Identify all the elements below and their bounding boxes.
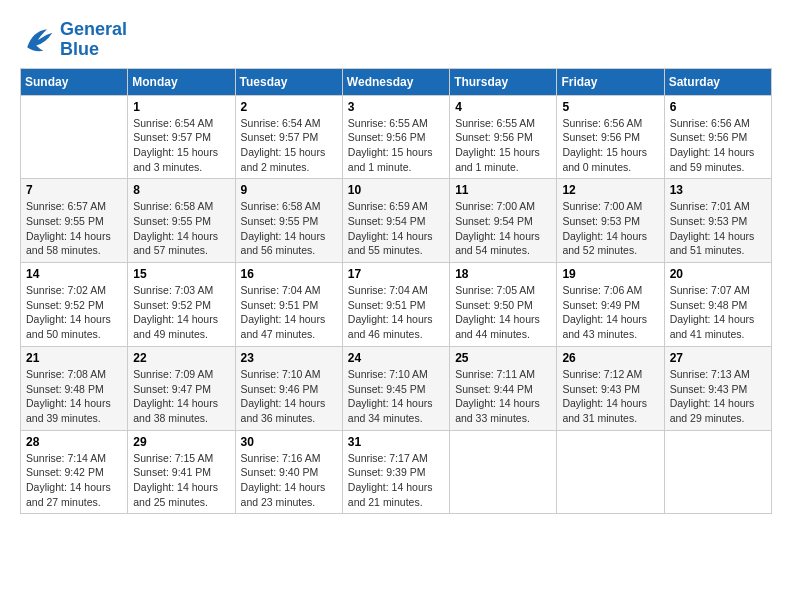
day-info: Sunrise: 6:54 AM Sunset: 9:57 PM Dayligh… <box>241 116 337 175</box>
day-info: Sunrise: 6:56 AM Sunset: 9:56 PM Dayligh… <box>670 116 766 175</box>
logo-text: General Blue <box>60 20 127 60</box>
day-info: Sunrise: 6:58 AM Sunset: 9:55 PM Dayligh… <box>133 199 229 258</box>
day-info: Sunrise: 7:04 AM Sunset: 9:51 PM Dayligh… <box>348 283 444 342</box>
calendar-table: SundayMondayTuesdayWednesdayThursdayFrid… <box>20 68 772 515</box>
day-number: 10 <box>348 183 444 197</box>
calendar-cell: 20 Sunrise: 7:07 AM Sunset: 9:48 PM Dayl… <box>664 263 771 347</box>
calendar-cell: 21 Sunrise: 7:08 AM Sunset: 9:48 PM Dayl… <box>21 346 128 430</box>
calendar-cell: 5 Sunrise: 6:56 AM Sunset: 9:56 PM Dayli… <box>557 95 664 179</box>
calendar-cell: 10 Sunrise: 6:59 AM Sunset: 9:54 PM Dayl… <box>342 179 449 263</box>
calendar-cell: 17 Sunrise: 7:04 AM Sunset: 9:51 PM Dayl… <box>342 263 449 347</box>
day-number: 21 <box>26 351 122 365</box>
calendar-cell <box>450 430 557 514</box>
day-number: 23 <box>241 351 337 365</box>
day-info: Sunrise: 7:00 AM Sunset: 9:53 PM Dayligh… <box>562 199 658 258</box>
calendar-cell: 12 Sunrise: 7:00 AM Sunset: 9:53 PM Dayl… <box>557 179 664 263</box>
day-number: 27 <box>670 351 766 365</box>
day-number: 25 <box>455 351 551 365</box>
calendar-cell: 24 Sunrise: 7:10 AM Sunset: 9:45 PM Dayl… <box>342 346 449 430</box>
weekday-header-monday: Monday <box>128 68 235 95</box>
calendar-cell: 29 Sunrise: 7:15 AM Sunset: 9:41 PM Dayl… <box>128 430 235 514</box>
day-number: 8 <box>133 183 229 197</box>
day-number: 12 <box>562 183 658 197</box>
calendar-cell: 22 Sunrise: 7:09 AM Sunset: 9:47 PM Dayl… <box>128 346 235 430</box>
day-info: Sunrise: 7:10 AM Sunset: 9:45 PM Dayligh… <box>348 367 444 426</box>
day-info: Sunrise: 7:02 AM Sunset: 9:52 PM Dayligh… <box>26 283 122 342</box>
day-number: 2 <box>241 100 337 114</box>
day-number: 6 <box>670 100 766 114</box>
day-number: 24 <box>348 351 444 365</box>
day-number: 28 <box>26 435 122 449</box>
weekday-header-saturday: Saturday <box>664 68 771 95</box>
day-number: 15 <box>133 267 229 281</box>
day-info: Sunrise: 7:11 AM Sunset: 9:44 PM Dayligh… <box>455 367 551 426</box>
day-number: 22 <box>133 351 229 365</box>
day-info: Sunrise: 7:12 AM Sunset: 9:43 PM Dayligh… <box>562 367 658 426</box>
calendar-cell: 2 Sunrise: 6:54 AM Sunset: 9:57 PM Dayli… <box>235 95 342 179</box>
day-info: Sunrise: 6:56 AM Sunset: 9:56 PM Dayligh… <box>562 116 658 175</box>
calendar-cell: 19 Sunrise: 7:06 AM Sunset: 9:49 PM Dayl… <box>557 263 664 347</box>
calendar-cell: 1 Sunrise: 6:54 AM Sunset: 9:57 PM Dayli… <box>128 95 235 179</box>
calendar-cell: 8 Sunrise: 6:58 AM Sunset: 9:55 PM Dayli… <box>128 179 235 263</box>
day-info: Sunrise: 7:07 AM Sunset: 9:48 PM Dayligh… <box>670 283 766 342</box>
calendar-cell: 13 Sunrise: 7:01 AM Sunset: 9:53 PM Dayl… <box>664 179 771 263</box>
calendar-cell: 28 Sunrise: 7:14 AM Sunset: 9:42 PM Dayl… <box>21 430 128 514</box>
day-number: 17 <box>348 267 444 281</box>
day-number: 26 <box>562 351 658 365</box>
weekday-header-sunday: Sunday <box>21 68 128 95</box>
calendar-cell: 6 Sunrise: 6:56 AM Sunset: 9:56 PM Dayli… <box>664 95 771 179</box>
calendar-cell: 31 Sunrise: 7:17 AM Sunset: 9:39 PM Dayl… <box>342 430 449 514</box>
day-info: Sunrise: 7:10 AM Sunset: 9:46 PM Dayligh… <box>241 367 337 426</box>
calendar-cell <box>664 430 771 514</box>
day-number: 18 <box>455 267 551 281</box>
day-info: Sunrise: 6:54 AM Sunset: 9:57 PM Dayligh… <box>133 116 229 175</box>
page-header: General Blue <box>20 20 772 60</box>
calendar-cell: 30 Sunrise: 7:16 AM Sunset: 9:40 PM Dayl… <box>235 430 342 514</box>
calendar-cell <box>21 95 128 179</box>
calendar-cell: 14 Sunrise: 7:02 AM Sunset: 9:52 PM Dayl… <box>21 263 128 347</box>
day-number: 5 <box>562 100 658 114</box>
day-info: Sunrise: 7:04 AM Sunset: 9:51 PM Dayligh… <box>241 283 337 342</box>
day-info: Sunrise: 6:55 AM Sunset: 9:56 PM Dayligh… <box>348 116 444 175</box>
day-info: Sunrise: 7:15 AM Sunset: 9:41 PM Dayligh… <box>133 451 229 510</box>
day-info: Sunrise: 7:05 AM Sunset: 9:50 PM Dayligh… <box>455 283 551 342</box>
day-number: 29 <box>133 435 229 449</box>
day-info: Sunrise: 6:57 AM Sunset: 9:55 PM Dayligh… <box>26 199 122 258</box>
calendar-cell: 7 Sunrise: 6:57 AM Sunset: 9:55 PM Dayli… <box>21 179 128 263</box>
day-info: Sunrise: 7:14 AM Sunset: 9:42 PM Dayligh… <box>26 451 122 510</box>
calendar-cell: 25 Sunrise: 7:11 AM Sunset: 9:44 PM Dayl… <box>450 346 557 430</box>
day-number: 13 <box>670 183 766 197</box>
day-info: Sunrise: 6:59 AM Sunset: 9:54 PM Dayligh… <box>348 199 444 258</box>
logo: General Blue <box>20 20 127 60</box>
day-info: Sunrise: 7:09 AM Sunset: 9:47 PM Dayligh… <box>133 367 229 426</box>
day-info: Sunrise: 7:17 AM Sunset: 9:39 PM Dayligh… <box>348 451 444 510</box>
calendar-cell: 11 Sunrise: 7:00 AM Sunset: 9:54 PM Dayl… <box>450 179 557 263</box>
day-number: 14 <box>26 267 122 281</box>
day-number: 20 <box>670 267 766 281</box>
day-info: Sunrise: 7:08 AM Sunset: 9:48 PM Dayligh… <box>26 367 122 426</box>
day-info: Sunrise: 7:06 AM Sunset: 9:49 PM Dayligh… <box>562 283 658 342</box>
weekday-header-tuesday: Tuesday <box>235 68 342 95</box>
day-number: 7 <box>26 183 122 197</box>
calendar-cell: 9 Sunrise: 6:58 AM Sunset: 9:55 PM Dayli… <box>235 179 342 263</box>
calendar-cell: 18 Sunrise: 7:05 AM Sunset: 9:50 PM Dayl… <box>450 263 557 347</box>
calendar-cell: 15 Sunrise: 7:03 AM Sunset: 9:52 PM Dayl… <box>128 263 235 347</box>
day-number: 1 <box>133 100 229 114</box>
calendar-cell: 23 Sunrise: 7:10 AM Sunset: 9:46 PM Dayl… <box>235 346 342 430</box>
calendar-cell: 27 Sunrise: 7:13 AM Sunset: 9:43 PM Dayl… <box>664 346 771 430</box>
day-info: Sunrise: 7:03 AM Sunset: 9:52 PM Dayligh… <box>133 283 229 342</box>
day-number: 31 <box>348 435 444 449</box>
weekday-header-friday: Friday <box>557 68 664 95</box>
day-number: 16 <box>241 267 337 281</box>
calendar-cell: 4 Sunrise: 6:55 AM Sunset: 9:56 PM Dayli… <box>450 95 557 179</box>
day-number: 30 <box>241 435 337 449</box>
day-number: 3 <box>348 100 444 114</box>
calendar-cell: 26 Sunrise: 7:12 AM Sunset: 9:43 PM Dayl… <box>557 346 664 430</box>
day-info: Sunrise: 6:55 AM Sunset: 9:56 PM Dayligh… <box>455 116 551 175</box>
day-number: 11 <box>455 183 551 197</box>
day-number: 19 <box>562 267 658 281</box>
day-number: 9 <box>241 183 337 197</box>
day-info: Sunrise: 7:01 AM Sunset: 9:53 PM Dayligh… <box>670 199 766 258</box>
logo-icon <box>20 22 56 58</box>
weekday-header-wednesday: Wednesday <box>342 68 449 95</box>
